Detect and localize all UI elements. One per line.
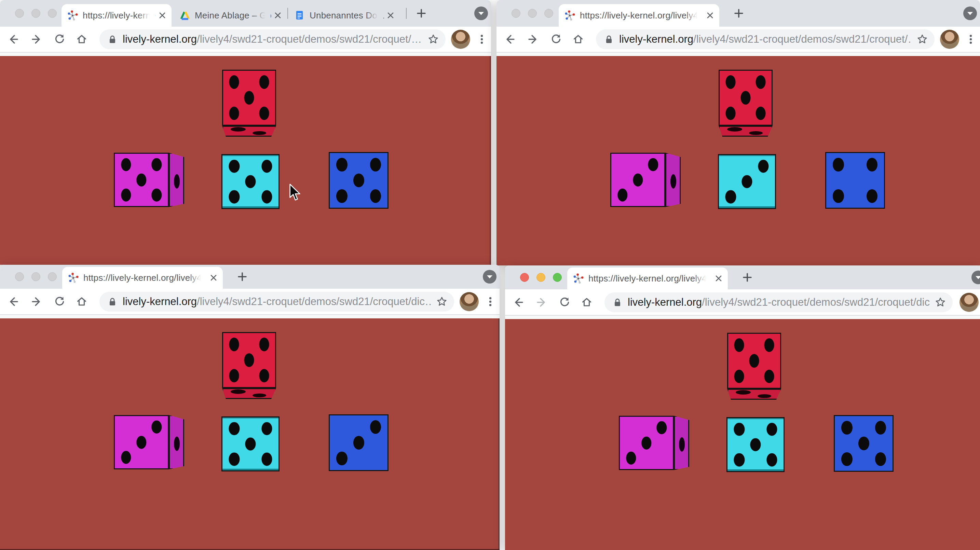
tab-close-icon[interactable] [714,274,723,283]
window-minimize-button[interactable] [536,273,546,282]
tab-search-button[interactable] [971,270,980,285]
die-pip [866,158,877,172]
tab-lively-kernel[interactable]: https://lively-kernel.org/lively4/ [567,267,728,289]
die-pip [657,421,667,434]
die-blue[interactable] [317,414,388,471]
url-text: lively-kernel.org/lively4/swd21-croquet/… [123,296,431,308]
window-zoom-button[interactable] [48,272,57,281]
forward-button[interactable] [527,33,539,45]
die-pip [734,338,744,352]
die-pip [229,75,239,89]
reload-button[interactable] [53,296,65,308]
lock-icon[interactable] [108,34,117,45]
die-blue[interactable] [317,152,388,209]
scrollbar[interactable] [498,318,500,550]
tab-google-docs[interactable]: Unbenanntes Doku [288,4,400,27]
die-red[interactable] [222,332,276,399]
bookmark-star-icon[interactable] [934,296,947,308]
die-pip [353,436,364,450]
die-red[interactable] [719,70,773,137]
window-close-button[interactable] [15,9,24,18]
back-button[interactable] [504,33,516,45]
lock-icon[interactable] [604,34,614,45]
window-close-button[interactable] [520,273,529,282]
address-bar[interactable]: lively-kernel.org/lively4/swd21-croquet/… [99,29,445,49]
tab-lively-kernel[interactable]: https://lively-kernel.org/lively4/ [559,4,719,27]
lock-icon[interactable] [108,297,117,307]
tab-close-icon[interactable] [274,11,282,20]
new-tab-button[interactable] [412,4,431,23]
address-bar[interactable]: lively-kernel.org/lively4/swd21-croquet/… [605,292,953,312]
bookmark-star-icon[interactable] [436,296,448,308]
home-button[interactable] [572,33,584,45]
address-bar[interactable]: lively-kernel.org/lively4/swd21-croquet/… [596,29,935,49]
tab-close-icon[interactable] [706,11,714,20]
tab-close-icon[interactable] [158,11,167,20]
profile-avatar[interactable] [460,292,479,311]
bookmark-star-icon[interactable] [427,33,439,45]
bookmark-star-icon[interactable] [916,33,928,45]
tab-google-drive[interactable]: Meine Ablage – Go [173,4,287,27]
window-minimize-button[interactable] [32,272,40,281]
window-minimize-button[interactable] [32,9,40,18]
tab-title-fade [685,7,703,24]
forward-button[interactable] [30,296,43,308]
tab-close-icon[interactable] [386,11,395,20]
tab-lively-kernel[interactable]: https://lively-kerne [62,4,172,27]
die-pip [370,189,381,203]
scrollbar[interactable] [490,56,491,265]
address-bar[interactable]: lively-kernel.org/lively4/swd21-croquet/… [99,292,454,312]
browser-menu-icon[interactable] [485,296,496,308]
forward-button[interactable] [535,296,548,308]
die-cyan[interactable] [221,154,280,209]
reload-button[interactable] [550,33,562,45]
die-cyan[interactable] [221,416,280,471]
die-magenta[interactable] [619,416,689,470]
tab-close-icon[interactable] [209,273,218,282]
url-text: lively-kernel.org/lively4/swd21-croquet/… [628,296,930,308]
tab-lively-kernel[interactable]: https://lively-kernel.org/lively4/ [62,267,223,289]
tab-search-button[interactable] [963,6,977,21]
window-close-button[interactable] [15,272,24,281]
die-pip [767,453,777,467]
croquet-dice-page [505,319,980,550]
window-zoom-button[interactable] [553,273,562,282]
lock-icon[interactable] [612,297,622,307]
die-red[interactable] [222,70,276,137]
die-blue[interactable] [822,415,894,472]
new-tab-button[interactable] [729,4,748,23]
window-controls [520,273,562,282]
profile-avatar[interactable] [959,293,978,312]
window-close-button[interactable] [512,9,520,18]
window-zoom-button[interactable] [48,9,57,18]
die-blue[interactable] [814,152,885,209]
die-pip [245,175,256,188]
new-tab-button[interactable] [738,268,757,287]
browser-menu-icon[interactable] [965,33,977,45]
browser-menu-icon[interactable] [476,33,488,45]
home-button[interactable] [581,296,593,308]
forward-button[interactable] [30,33,43,45]
tab-search-button[interactable] [482,270,497,284]
die-red[interactable] [727,333,781,400]
die-cyan[interactable] [718,154,776,209]
reload-button[interactable] [53,33,65,45]
profile-avatar[interactable] [940,30,959,49]
profile-avatar[interactable] [451,30,470,49]
die-magenta[interactable] [114,153,184,207]
window-zoom-button[interactable] [544,9,553,18]
die-cyan[interactable] [727,417,784,472]
die-magenta[interactable] [610,153,681,207]
new-tab-button[interactable] [233,267,252,286]
back-button[interactable] [512,296,525,308]
tab-strip: https://lively-kernel.org/lively4/ [0,265,500,289]
window-minimize-button[interactable] [528,9,537,18]
back-button[interactable] [7,33,19,45]
die-magenta[interactable] [114,415,184,469]
tab-separator [287,8,288,19]
home-button[interactable] [75,33,88,45]
reload-button[interactable] [558,296,571,308]
tab-search-button[interactable] [474,6,488,21]
home-button[interactable] [75,296,88,308]
back-button[interactable] [7,296,19,308]
